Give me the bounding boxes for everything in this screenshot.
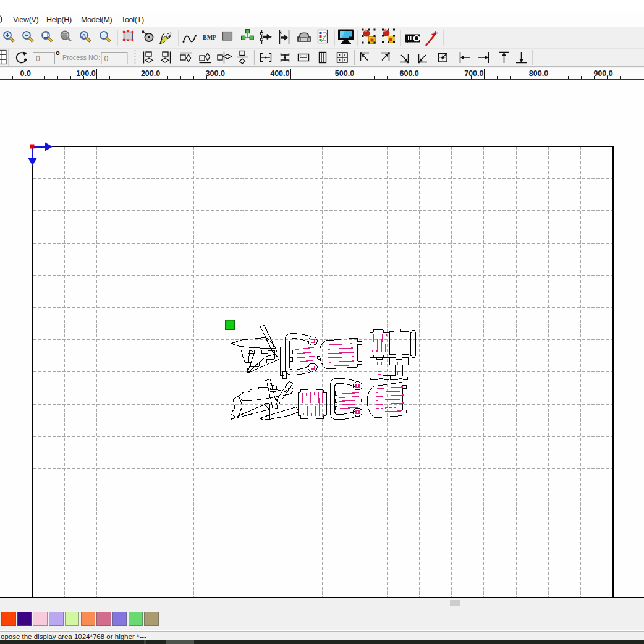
- svg-text:400.0: 400.0: [270, 69, 289, 78]
- svg-text:0: 0: [36, 54, 40, 63]
- svg-text:600.0: 600.0: [400, 69, 419, 78]
- svg-text:Process NO:: Process NO:: [62, 54, 100, 61]
- svg-text:800.0: 800.0: [529, 69, 548, 78]
- svg-text:0: 0: [104, 54, 109, 63]
- svg-text:900.0: 900.0: [593, 69, 612, 78]
- svg-text:700.0: 700.0: [464, 69, 483, 78]
- svg-text:500.0: 500.0: [335, 69, 354, 78]
- svg-text:200.0: 200.0: [141, 69, 160, 78]
- svg-text:300.0: 300.0: [206, 69, 225, 78]
- svg-text:BMP: BMP: [203, 34, 216, 41]
- svg-text:0.0: 0.0: [20, 69, 31, 78]
- svg-text:o: o: [56, 49, 60, 56]
- svg-text:A: A: [82, 33, 87, 39]
- svg-text:100.0: 100.0: [76, 69, 95, 78]
